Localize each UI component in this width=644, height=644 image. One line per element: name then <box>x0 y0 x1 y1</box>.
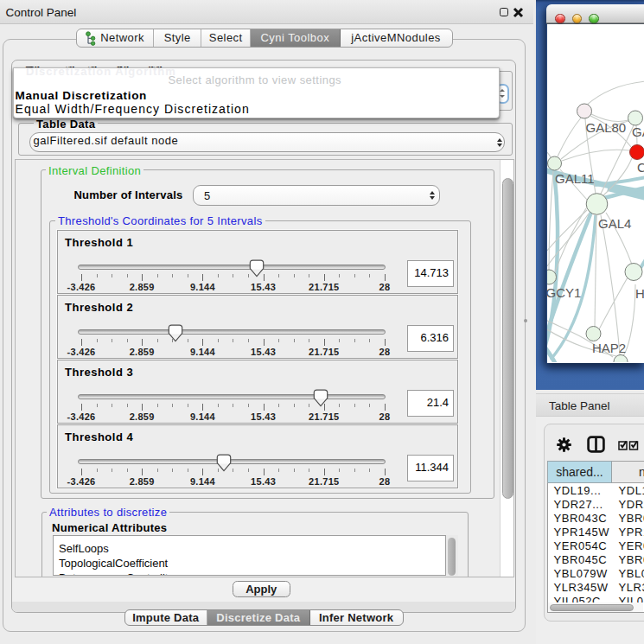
svg-text:HTB1: HTB1 <box>635 286 644 301</box>
svg-text:GAL11: GAL11 <box>555 171 595 186</box>
svg-text:CDC1: CDC1 <box>637 160 644 175</box>
svg-text:HAP2: HAP2 <box>592 341 626 355</box>
svg-text:GAL2: GAL2 <box>632 124 644 139</box>
svg-text:GAL80: GAL80 <box>586 120 627 135</box>
svg-text:GCY1: GCY1 <box>547 285 581 300</box>
svg-text:GAL4: GAL4 <box>598 216 631 231</box>
